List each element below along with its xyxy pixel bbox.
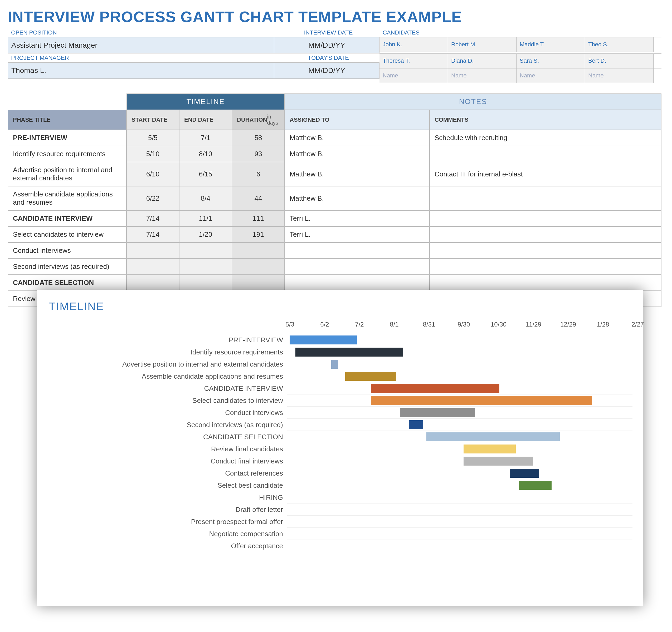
candidate-cell[interactable]: Sara S. bbox=[517, 54, 585, 68]
candidate-cell[interactable]: Robert M. bbox=[448, 37, 517, 52]
project-manager-value[interactable]: Thomas L. bbox=[8, 62, 274, 79]
open-position-value[interactable]: Assistant Project Manager bbox=[8, 37, 274, 53]
gantt-bar[interactable] bbox=[345, 372, 397, 381]
table-row-phase[interactable]: Advertise position to internal and exter… bbox=[8, 162, 126, 186]
gantt-bar[interactable] bbox=[519, 481, 552, 490]
table-row-duration[interactable]: 111 bbox=[232, 210, 285, 226]
candidates-row-2: Theresa T. Diana D. Sara S. Bert D. bbox=[380, 53, 662, 68]
gantt-bar[interactable] bbox=[331, 360, 338, 369]
table-row-start[interactable]: 7/14 bbox=[126, 226, 179, 243]
candidates-row-1: John K. Robert M. Maddie T. Theo S. bbox=[380, 37, 662, 52]
gantt-axis-tick: 11/29 bbox=[526, 321, 541, 328]
table-row-phase[interactable]: Identify resource requirements bbox=[8, 146, 126, 162]
table-row-phase[interactable]: Conduct interviews bbox=[8, 243, 126, 259]
table-row-start[interactable] bbox=[126, 275, 179, 291]
table-row-end[interactable]: 1/20 bbox=[179, 226, 232, 243]
candidate-cell[interactable]: Bert D. bbox=[585, 54, 653, 68]
table-row-end[interactable]: 8/10 bbox=[179, 146, 232, 162]
gantt-row: Assemble candidate applications and resu… bbox=[47, 370, 632, 382]
gantt-x-axis: 5/36/27/28/18/319/3010/3011/2912/291/282… bbox=[290, 321, 632, 334]
gantt-bar[interactable] bbox=[409, 420, 423, 429]
table-row-phase[interactable]: PRE-INTERVIEW bbox=[8, 130, 126, 146]
gantt-row: Draft offer letter bbox=[47, 504, 632, 515]
table-row-end[interactable]: 7/1 bbox=[179, 130, 232, 146]
table-row-start[interactable]: 7/14 bbox=[126, 210, 179, 226]
gantt-bar-area bbox=[287, 443, 632, 455]
table-row-end[interactable] bbox=[179, 259, 232, 275]
table-row-end[interactable] bbox=[179, 275, 232, 291]
table-row-comments[interactable] bbox=[430, 243, 662, 259]
col-end-date: END DATE bbox=[179, 110, 232, 130]
table-row-start[interactable] bbox=[126, 243, 179, 259]
table-row-assigned[interactable]: Matthew B. bbox=[285, 130, 430, 146]
table-row-duration[interactable]: 6 bbox=[232, 162, 285, 186]
todays-date-value[interactable]: MM/DD/YY bbox=[274, 62, 380, 79]
table-row-assigned[interactable]: Matthew B. bbox=[285, 146, 430, 162]
table-row-duration[interactable] bbox=[232, 243, 285, 259]
table-row-phase[interactable]: Assemble candidate applications and resu… bbox=[8, 186, 126, 210]
gantt-row-label: Identify resource requirements bbox=[47, 348, 287, 356]
table-row-start[interactable]: 6/22 bbox=[126, 186, 179, 210]
table-row-duration[interactable] bbox=[232, 259, 285, 275]
candidate-cell[interactable]: Name bbox=[380, 69, 448, 83]
table-row-assigned[interactable]: Matthew B. bbox=[285, 162, 430, 186]
gantt-bar[interactable] bbox=[463, 457, 533, 465]
table-row-end[interactable]: 11/1 bbox=[179, 210, 232, 226]
gantt-row-label: Contact references bbox=[47, 469, 287, 477]
table-row-start[interactable]: 5/5 bbox=[126, 130, 179, 146]
table-row-assigned[interactable] bbox=[285, 275, 430, 291]
gantt-bar[interactable] bbox=[426, 432, 560, 441]
gantt-row: Advertise position to internal and exter… bbox=[47, 358, 632, 370]
table-row-comments[interactable] bbox=[430, 275, 662, 291]
gantt-bar[interactable] bbox=[400, 408, 475, 417]
table-row-duration[interactable]: 44 bbox=[232, 186, 285, 210]
table-row-comments[interactable] bbox=[430, 186, 662, 210]
table-row-end[interactable]: 8/4 bbox=[179, 186, 232, 210]
table-row-duration[interactable]: 93 bbox=[232, 146, 285, 162]
table-row-phase[interactable]: CANDIDATE INTERVIEW bbox=[8, 210, 126, 226]
table-row-assigned[interactable]: Terri L. bbox=[285, 210, 430, 226]
table-row-comments[interactable] bbox=[430, 146, 662, 162]
gantt-bar[interactable] bbox=[510, 469, 539, 478]
gantt-bar[interactable] bbox=[371, 384, 499, 393]
table-row-comments[interactable]: Schedule with recruiting bbox=[430, 130, 662, 146]
table-row-assigned[interactable]: Matthew B. bbox=[285, 186, 430, 210]
candidate-cell[interactable]: John K. bbox=[380, 37, 448, 52]
gantt-bar-area bbox=[287, 334, 632, 346]
table-row-phase[interactable]: Second interviews (as required) bbox=[8, 259, 126, 275]
gantt-bar[interactable] bbox=[290, 335, 357, 345]
candidate-cell[interactable]: Name bbox=[517, 69, 585, 83]
candidate-cell[interactable]: Maddie T. bbox=[517, 37, 585, 52]
table-row-comments[interactable]: Contact IT for internal e-blast bbox=[430, 162, 662, 186]
table-row-start[interactable]: 5/10 bbox=[126, 146, 179, 162]
table-row-duration[interactable]: 58 bbox=[232, 130, 285, 146]
table-row-assigned[interactable] bbox=[285, 259, 430, 275]
gantt-row: Review final candidates bbox=[47, 443, 632, 455]
table-row-start[interactable] bbox=[126, 259, 179, 275]
table-row-end[interactable] bbox=[179, 243, 232, 259]
table-row-end[interactable]: 6/15 bbox=[179, 162, 232, 186]
candidate-cell[interactable]: Name bbox=[585, 69, 653, 83]
table-row-start[interactable]: 6/10 bbox=[126, 162, 179, 186]
table-row-duration[interactable] bbox=[232, 275, 285, 291]
candidate-cell[interactable]: Theo S. bbox=[585, 37, 653, 52]
gantt-bar[interactable] bbox=[463, 445, 516, 453]
table-row-comments[interactable] bbox=[430, 226, 662, 243]
table-row-phase[interactable]: Select candidates to interview bbox=[8, 226, 126, 243]
timeline-overlay-panel: TIMELINE 5/36/27/28/18/319/3010/3011/291… bbox=[37, 290, 643, 606]
table-row-duration[interactable]: 191 bbox=[232, 226, 285, 243]
table-row-comments[interactable] bbox=[430, 259, 662, 275]
candidate-cell[interactable]: Diana D. bbox=[448, 54, 517, 68]
table-row-assigned[interactable]: Terri L. bbox=[285, 226, 430, 243]
table-row-assigned[interactable] bbox=[285, 243, 430, 259]
table-row-phase[interactable]: CANDIDATE SELECTION bbox=[8, 275, 126, 291]
gantt-bar[interactable] bbox=[371, 396, 592, 405]
gantt-row-label: Advertise position to internal and exter… bbox=[47, 360, 287, 369]
gantt-bar[interactable] bbox=[295, 348, 403, 357]
candidate-cell[interactable]: Theresa T. bbox=[380, 54, 448, 68]
candidate-cell[interactable]: Name bbox=[448, 69, 517, 83]
gantt-row-label: Review final candidates bbox=[47, 445, 287, 453]
table-row-comments[interactable] bbox=[430, 210, 662, 226]
interview-date-value[interactable]: MM/DD/YY bbox=[274, 37, 380, 53]
project-manager-label: PROJECT MANAGER bbox=[8, 53, 274, 62]
